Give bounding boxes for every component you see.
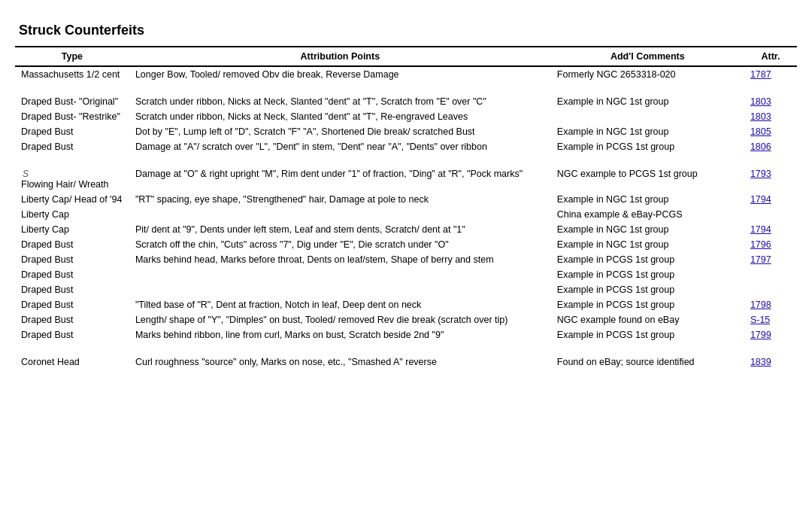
cell-year[interactable]: 1797 bbox=[744, 252, 797, 267]
cell-attribution bbox=[129, 267, 551, 282]
cell-comments: Example in NGC 1st group bbox=[551, 124, 744, 139]
cell-type: Draped Bust bbox=[15, 327, 129, 343]
cell-type: Coronet Head bbox=[15, 343, 129, 370]
cell-attribution: Damage at "A"/ scratch over "L", "Dent" … bbox=[129, 139, 551, 155]
cell-type: Draped Bust bbox=[15, 267, 129, 282]
col-attribution: Attribution Points bbox=[129, 47, 551, 66]
cell-attribution: Longer Bow, Tooled/ removed Obv die brea… bbox=[129, 66, 551, 83]
cell-attribution: Length/ shape of "Y", "Dimples" on bust,… bbox=[129, 312, 551, 327]
table-header-row: Type Attribution Points Add'l Comments A… bbox=[15, 47, 797, 66]
cell-year[interactable]: 1794 bbox=[744, 192, 797, 207]
cell-comments: Example in NGC 1st group bbox=[551, 83, 744, 110]
cell-type: Draped Bust bbox=[15, 124, 129, 139]
cell-comments: NGC example to PCGS 1st group bbox=[551, 155, 744, 193]
cell-year[interactable] bbox=[744, 267, 797, 282]
page-title: Struck Counterfeits bbox=[19, 23, 797, 38]
table-row: Massachusetts 1/2 centLonger Bow, Tooled… bbox=[15, 66, 797, 83]
table-row: Coronet HeadCurl roughness "source" only… bbox=[15, 343, 797, 370]
cell-type: Draped Bust- "Original" bbox=[15, 83, 129, 110]
cell-comments: Example in PCGS 1st group bbox=[551, 139, 744, 155]
table-row: Draped Bust- "Restrike"Scratch under rib… bbox=[15, 109, 797, 124]
cell-comments: Example in NGC 1st group bbox=[551, 237, 744, 252]
table-row: Draped BustLength/ shape of "Y", "Dimple… bbox=[15, 312, 797, 327]
page-container: Struck Counterfeits Type Attribution Poi… bbox=[0, 15, 812, 392]
cell-type: Draped Bust bbox=[15, 252, 129, 267]
cell-year[interactable]: 1805 bbox=[744, 124, 797, 139]
cell-type: Draped Bust bbox=[15, 282, 129, 297]
table-row: Draped BustExample in PCGS 1st group bbox=[15, 267, 797, 282]
cell-year[interactable]: 1803 bbox=[744, 83, 797, 110]
cell-comments: Example in NGC 1st group bbox=[551, 192, 744, 207]
table-row: Liberty CapChina example & eBay-PCGS bbox=[15, 207, 797, 222]
cell-attribution bbox=[129, 207, 551, 222]
cell-attribution bbox=[129, 282, 551, 297]
cell-comments: Example in PCGS 1st group bbox=[551, 267, 744, 282]
cell-year[interactable]: 1794 bbox=[744, 222, 797, 237]
cell-type: Draped Bust bbox=[15, 237, 129, 252]
cell-type: Draped Bust- "Restrike" bbox=[15, 109, 129, 124]
cell-type: Liberty Cap bbox=[15, 207, 129, 222]
cell-comments: Example in NGC 1st group bbox=[551, 222, 744, 237]
table-row: Liberty CapPit/ dent at "9", Dents under… bbox=[15, 222, 797, 237]
cell-attribution: Pit/ dent at "9", Dents under left stem,… bbox=[129, 222, 551, 237]
cell-type: Liberty Cap/ Head of '94 bbox=[15, 192, 129, 207]
cell-comments: Example in PCGS 1st group bbox=[551, 282, 744, 297]
col-comments: Add'l Comments bbox=[551, 47, 744, 66]
main-table: Type Attribution Points Add'l Comments A… bbox=[15, 46, 797, 370]
cell-attribution: Scratch off the chin, "Cuts" across "7",… bbox=[129, 237, 551, 252]
cell-comments: Example in PCGS 1st group bbox=[551, 327, 744, 343]
cell-type: Draped Bust bbox=[15, 297, 129, 312]
cell-year[interactable]: 1799 bbox=[744, 327, 797, 343]
cell-year[interactable]: 1839 bbox=[744, 343, 797, 370]
table-row: Draped BustDot by "E", Lump left of "D",… bbox=[15, 124, 797, 139]
cell-type: Massachusetts 1/2 cent bbox=[15, 66, 129, 83]
cell-year[interactable]: 1787 bbox=[744, 66, 797, 83]
cell-attribution: Scratch under ribbon, Nicks at Neck, Sla… bbox=[129, 109, 551, 124]
cell-year[interactable] bbox=[744, 282, 797, 297]
cell-type: Liberty Cap bbox=[15, 222, 129, 237]
cell-year[interactable]: S-15 bbox=[744, 312, 797, 327]
table-wrapper: Type Attribution Points Add'l Comments A… bbox=[15, 46, 797, 370]
cell-attribution: Curl roughness "source" only, Marks on n… bbox=[129, 343, 551, 370]
cell-year[interactable]: 1798 bbox=[744, 297, 797, 312]
cell-attribution: "Tilted base of "R", Dent at fraction, N… bbox=[129, 297, 551, 312]
table-row: SFlowing Hair/ WreathDamage at "O" & rig… bbox=[15, 155, 797, 193]
cell-type: SFlowing Hair/ Wreath bbox=[15, 155, 129, 193]
table-row: Draped BustDamage at "A"/ scratch over "… bbox=[15, 139, 797, 155]
cell-comments bbox=[551, 109, 744, 124]
cell-attribution: "RT" spacing, eye shape, "Strengthened" … bbox=[129, 192, 551, 207]
cell-year[interactable]: 1796 bbox=[744, 237, 797, 252]
table-row: Draped Bust- "Original"Scratch under rib… bbox=[15, 83, 797, 110]
cell-attribution: Dot by "E", Lump left of "D", Scratch "F… bbox=[129, 124, 551, 139]
cell-comments: Formerly NGC 2653318-020 bbox=[551, 66, 744, 83]
cell-comments: China example & eBay-PCGS bbox=[551, 207, 744, 222]
cell-type: Draped Bust bbox=[15, 312, 129, 327]
cell-attribution: Damage at "O" & right upright "M", Rim d… bbox=[129, 155, 551, 193]
col-type: Type bbox=[15, 47, 129, 66]
table-row: Draped BustScratch off the chin, "Cuts" … bbox=[15, 237, 797, 252]
table-row: Liberty Cap/ Head of '94"RT" spacing, ey… bbox=[15, 192, 797, 207]
cell-comments: Example in PCGS 1st group bbox=[551, 252, 744, 267]
cell-comments: NGC example found on eBay bbox=[551, 312, 744, 327]
cell-type: Draped Bust bbox=[15, 139, 129, 155]
cell-comments: Example in PCGS 1st group bbox=[551, 297, 744, 312]
table-row: Draped Bust"Tilted base of "R", Dent at … bbox=[15, 297, 797, 312]
cell-year[interactable]: 1803 bbox=[744, 109, 797, 124]
cell-attribution: Marks behind ribbon, line from curl, Mar… bbox=[129, 327, 551, 343]
cell-year[interactable] bbox=[744, 207, 797, 222]
cell-year[interactable]: 1806 bbox=[744, 139, 797, 155]
col-attr: Attr. bbox=[744, 47, 797, 66]
table-row: Draped BustExample in PCGS 1st group bbox=[15, 282, 797, 297]
table-row: Draped BustMarks behind head, Marks befo… bbox=[15, 252, 797, 267]
cell-attribution: Marks behind head, Marks before throat, … bbox=[129, 252, 551, 267]
table-row: Draped BustMarks behind ribbon, line fro… bbox=[15, 327, 797, 343]
cell-attribution: Scratch under ribbon, Nicks at Neck, Sla… bbox=[129, 83, 551, 110]
cell-year[interactable]: 1793 bbox=[744, 155, 797, 193]
cell-comments: Found on eBay; source identified bbox=[551, 343, 744, 370]
